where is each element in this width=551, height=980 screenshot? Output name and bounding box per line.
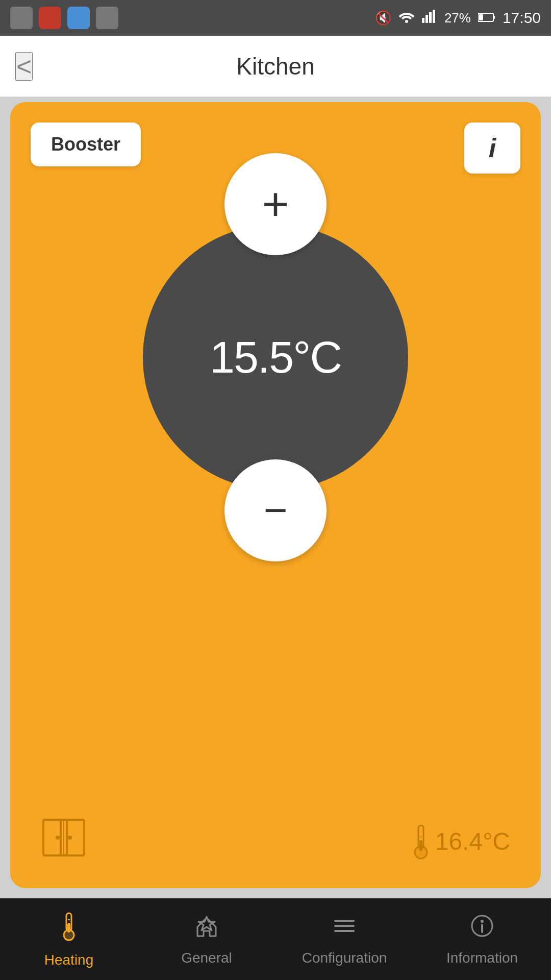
svg-rect-3	[429, 12, 432, 23]
mute-icon: 🔇	[375, 10, 391, 26]
bottom-navigation: Heating General Configuration	[0, 898, 551, 980]
decrease-temperature-button[interactable]: −	[224, 459, 327, 561]
home-app-icon	[39, 7, 61, 29]
app-icons	[10, 7, 118, 29]
door-icon	[41, 815, 87, 868]
temperature-control: + 15.5°C −	[143, 153, 408, 561]
control-card: Booster i + 15.5°C −	[10, 102, 541, 888]
svg-point-10	[56, 836, 60, 840]
svg-rect-20	[419, 841, 422, 851]
nav-item-general[interactable]: General	[138, 913, 276, 966]
svg-point-0	[405, 20, 408, 23]
card-bottom-info: 16.4°C	[10, 815, 541, 868]
svg-point-30	[481, 920, 484, 923]
heating-icon	[58, 911, 80, 947]
plus-icon: +	[262, 181, 289, 227]
main-content: Booster i + 15.5°C −	[0, 97, 551, 898]
heating-nav-label: Heating	[44, 952, 94, 968]
configuration-nav-label: Configuration	[302, 950, 387, 966]
page-header: < Kitchen	[0, 36, 551, 97]
nav-item-information[interactable]: Information	[413, 913, 551, 966]
svg-rect-6	[493, 16, 495, 19]
current-temperature: 15.5°C	[210, 331, 341, 383]
booster-button[interactable]: Booster	[31, 122, 141, 166]
grid-app-icon	[96, 7, 118, 29]
back-button[interactable]: <	[15, 52, 33, 81]
svg-rect-2	[425, 15, 428, 23]
thermometer-icon	[412, 823, 430, 860]
svg-point-11	[68, 836, 72, 840]
temperature-display-circle: 15.5°C	[143, 225, 408, 490]
increase-temperature-button[interactable]: +	[224, 153, 327, 255]
battery-level: 27%	[444, 10, 471, 26]
general-nav-label: General	[181, 950, 232, 966]
battery-icon	[478, 10, 495, 26]
status-bar: 🔇 27% 17:50	[0, 0, 551, 36]
svg-rect-7	[479, 14, 483, 20]
general-icon	[193, 913, 220, 945]
time-display: 17:50	[503, 9, 541, 27]
status-info: 🔇 27% 17:50	[375, 9, 541, 27]
svg-rect-1	[422, 18, 424, 23]
information-nav-label: Information	[446, 950, 518, 966]
configuration-icon	[331, 913, 358, 945]
info-icon: i	[489, 133, 496, 163]
sensor-temp-value: 16.4°C	[435, 827, 510, 855]
wifi-icon	[398, 10, 415, 27]
info-button[interactable]: i	[464, 122, 520, 174]
minus-icon: −	[264, 498, 288, 523]
svg-rect-4	[433, 10, 435, 23]
photo-app-icon	[10, 7, 33, 29]
sensor-temperature-display: 16.4°C	[412, 823, 510, 860]
information-icon	[469, 913, 495, 945]
nav-item-configuration[interactable]: Configuration	[276, 913, 413, 966]
page-title: Kitchen	[236, 53, 314, 80]
signal-icon	[422, 10, 437, 27]
globe-app-icon	[67, 7, 90, 29]
nav-item-heating[interactable]: Heating	[0, 911, 138, 968]
svg-rect-25	[67, 923, 70, 933]
